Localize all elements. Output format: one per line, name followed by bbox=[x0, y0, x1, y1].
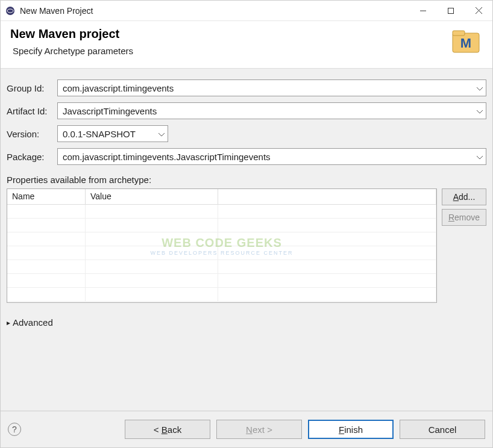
properties-label: Properties available from archetype: bbox=[7, 175, 486, 185]
maven-icon: M bbox=[449, 30, 483, 56]
remove-button[interactable]: Remove bbox=[442, 209, 486, 226]
properties-table[interactable]: Name Value WEB CODE GEEKS WEB DEVELOPERS… bbox=[7, 188, 437, 303]
svg-rect-3 bbox=[448, 8, 454, 13]
finish-button[interactable]: FinishFinish bbox=[308, 420, 394, 439]
page-subtitle: Specify Archetype parameters bbox=[13, 46, 449, 56]
artifact-id-combo[interactable] bbox=[57, 102, 486, 119]
titlebar: New Maven Project bbox=[1, 1, 492, 21]
table-row[interactable] bbox=[7, 219, 436, 232]
column-value[interactable]: Value bbox=[86, 189, 218, 205]
help-button[interactable]: ? bbox=[8, 423, 21, 436]
group-id-combo[interactable] bbox=[57, 79, 486, 96]
help-icon: ? bbox=[12, 425, 17, 434]
version-label: Version: bbox=[7, 129, 57, 139]
table-row[interactable] bbox=[7, 232, 436, 246]
eclipse-icon bbox=[5, 6, 15, 16]
back-button[interactable]: < Back< Back bbox=[125, 420, 210, 439]
table-row[interactable] bbox=[7, 288, 436, 302]
version-input[interactable] bbox=[57, 125, 168, 142]
table-body bbox=[7, 205, 436, 302]
close-button[interactable] bbox=[465, 1, 492, 21]
window-title: New Maven Project bbox=[20, 6, 409, 16]
minimize-button[interactable] bbox=[409, 1, 437, 21]
svg-line-5 bbox=[476, 7, 482, 14]
button-bar: ? < Back< Back Next >Next > FinishFinish… bbox=[1, 411, 492, 447]
package-input[interactable] bbox=[57, 148, 486, 165]
wizard-header: New Maven project Specify Archetype para… bbox=[1, 21, 492, 69]
group-id-input[interactable] bbox=[57, 79, 486, 96]
maximize-button[interactable] bbox=[437, 1, 465, 21]
artifact-id-label: Artifact Id: bbox=[7, 106, 57, 116]
page-title: New Maven project bbox=[10, 27, 449, 41]
add-button[interactable]: AAdd...dd... bbox=[442, 188, 486, 205]
column-name[interactable]: Name bbox=[7, 189, 86, 205]
artifact-id-input[interactable] bbox=[57, 102, 486, 119]
table-header: Name Value bbox=[7, 189, 436, 205]
triangle-right-icon: ▸ bbox=[7, 319, 10, 327]
svg-text:M: M bbox=[460, 36, 471, 51]
table-row[interactable] bbox=[7, 205, 436, 219]
version-combo[interactable] bbox=[57, 125, 168, 142]
package-label: Package: bbox=[7, 152, 57, 162]
group-id-label: Group Id: bbox=[7, 83, 57, 93]
cancel-button[interactable]: Cancel bbox=[400, 420, 485, 439]
svg-rect-7 bbox=[453, 31, 465, 36]
svg-line-4 bbox=[476, 7, 482, 14]
package-combo[interactable] bbox=[57, 148, 486, 165]
column-spacer bbox=[218, 189, 436, 205]
next-button: Next >Next > bbox=[216, 420, 302, 439]
table-row[interactable] bbox=[7, 274, 436, 288]
table-row[interactable] bbox=[7, 246, 436, 260]
advanced-toggle[interactable]: ▸ Advanced Advanced bbox=[7, 317, 486, 328]
form-area: Group Id: Artifact Id: Version: Package:… bbox=[1, 69, 492, 411]
table-row[interactable] bbox=[7, 260, 436, 274]
